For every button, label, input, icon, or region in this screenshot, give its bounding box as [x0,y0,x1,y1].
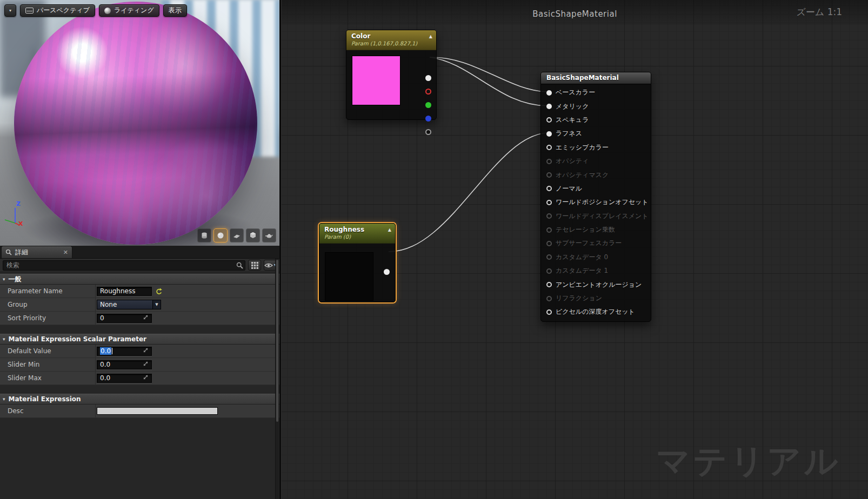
perspective-button[interactable]: パースペクティブ [20,4,95,17]
output-pin-b-icon[interactable] [425,116,431,122]
material-input-row: カスタムデータ 1 [541,264,651,278]
group-dropdown[interactable]: None ▼ [97,300,161,309]
section-collapse-icon: ▾ [3,277,5,282]
input-pin-icon[interactable] [546,117,552,123]
output-pin-rgba-icon[interactable] [425,75,431,81]
preview-shape-plane-button[interactable] [230,228,244,242]
section-general[interactable]: ▾ 一般 [0,274,279,285]
text-caret [112,348,112,354]
color-output-pins [425,75,431,135]
preview-shape-cylinder-button[interactable] [197,228,211,242]
parameter-name-label: Parameter Name [0,285,96,298]
scrollbar-thumb[interactable] [276,260,278,422]
eye-icon [264,262,273,268]
default-value-selected-text: 0.0 [100,347,111,355]
value-drag-icon[interactable] [143,361,149,368]
roughness-node-body [319,244,395,302]
preview-shape-cube-button[interactable] [246,228,260,242]
roughness-param-node[interactable]: Roughness Param (0) ▲ [319,223,396,302]
show-button[interactable]: 表示 [163,4,187,17]
slider-min-field[interactable]: 0.0 [97,360,152,369]
details-scrollbar[interactable] [275,259,279,499]
material-input-row: サブサーフェスカラー [541,237,651,250]
details-tabbar: 詳細 ✕ [0,246,279,259]
input-pin-icon[interactable] [546,282,552,287]
material-input-row: ベースカラー [541,86,651,99]
material-graph[interactable]: マテリアル Color Param (1,0.167,0.827,1) ▲ [282,0,868,499]
preview-viewport[interactable]: ▾ パースペクティブ ライティング 表示 [0,0,279,246]
color-node-header[interactable]: Color Param (1,0.167,0.827,1) ▲ [346,30,436,50]
input-pin-icon[interactable] [546,159,552,164]
input-pin-label: カスタムデータ 1 [556,266,608,275]
input-pin-icon[interactable] [546,131,552,137]
input-pin-icon[interactable] [546,90,552,96]
input-pin-icon[interactable] [546,186,552,191]
input-pin-icon[interactable] [546,254,552,260]
input-pin-icon[interactable] [546,227,552,233]
sort-priority-value: 0 [100,314,104,322]
preview-shape-sphere-button[interactable] [213,228,228,242]
node-collapse-icon[interactable]: ▲ [388,227,391,232]
material-result-node[interactable]: BasicShapeMaterial ベースカラーメタリックスペキュララフネスエ… [540,72,651,322]
sphere-icon [216,231,225,240]
group-label: Group [0,298,96,311]
material-input-row: ピクセルの深度オフセット [541,305,651,319]
input-pin-icon[interactable] [546,296,552,301]
input-pin-icon[interactable] [546,309,552,315]
slider-max-field[interactable]: 0.0 [97,374,152,383]
view-options-button[interactable] [248,260,261,271]
viewport-options-button[interactable]: ▾ [4,4,16,17]
desc-field[interactable] [97,407,218,415]
input-pin-label: ピクセルの深度オフセット [556,307,635,316]
input-pin-icon[interactable] [546,172,552,178]
roughness-swatch[interactable] [325,252,373,301]
value-drag-icon[interactable] [143,374,149,382]
material-node-header[interactable]: BasicShapeMaterial [541,72,651,84]
plane-icon [232,231,241,240]
material-input-row: ラフネス [541,127,651,140]
input-pin-label: メタリック [556,102,589,111]
left-panel: ▾ パースペクティブ ライティング 表示 [0,0,279,499]
default-value-field[interactable]: 0.0 [97,347,152,356]
output-pin-a-icon[interactable] [425,129,431,135]
material-input-row: エミッシブカラー [541,141,651,154]
value-drag-icon[interactable] [143,314,149,322]
input-pin-icon[interactable] [546,200,552,205]
lighting-button[interactable]: ライティング [99,4,159,17]
input-pin-label: テセレーション乗数 [556,225,615,234]
section-gap [0,385,279,394]
value-drag-icon[interactable] [143,347,149,355]
input-pin-icon[interactable] [546,268,552,274]
material-input-row: ワールドディスプレイスメント [541,210,651,223]
preview-shape-mesh-button[interactable] [262,228,276,242]
search-input[interactable] [3,260,245,271]
input-pin-icon[interactable] [546,213,552,219]
desc-label: Desc [0,404,96,417]
color-swatch[interactable] [352,56,400,105]
wire-color-basecolor [430,57,547,92]
details-tab[interactable]: 詳細 ✕ [1,246,72,258]
section-scalar-parameter[interactable]: ▾ Material Expression Scalar Parameter [0,334,279,345]
close-icon[interactable]: ✕ [63,249,68,255]
input-pin-icon[interactable] [546,145,552,150]
material-input-row: ノーマル [541,182,651,195]
output-pin-r-icon[interactable] [425,89,431,95]
color-param-node[interactable]: Color Param (1,0.167,0.827,1) ▲ [346,30,437,120]
sort-priority-field[interactable]: 0 [97,314,152,323]
roughness-node-header[interactable]: Roughness Param (0) ▲ [319,224,395,244]
output-pin-icon[interactable] [384,269,390,275]
perspective-button-label: パースペクティブ [37,6,90,15]
input-pin-icon[interactable] [546,104,552,109]
input-pin-label: カスタムデータ 0 [556,253,608,262]
section-scalar-title: Material Expression Scalar Parameter [9,335,146,343]
default-value-label: Default Value [0,345,96,358]
node-collapse-icon[interactable]: ▲ [429,34,432,39]
details-panel: 詳細 ✕ [0,246,279,499]
row-desc: Desc [0,404,279,418]
slider-min-label: Slider Min [0,358,96,371]
output-pin-g-icon[interactable] [425,102,431,108]
parameter-name-field[interactable]: Roughness [97,287,152,296]
input-pin-icon[interactable] [546,241,552,246]
section-material-expression[interactable]: ▾ Material Expression [0,394,279,404]
revert-icon[interactable] [155,288,162,295]
